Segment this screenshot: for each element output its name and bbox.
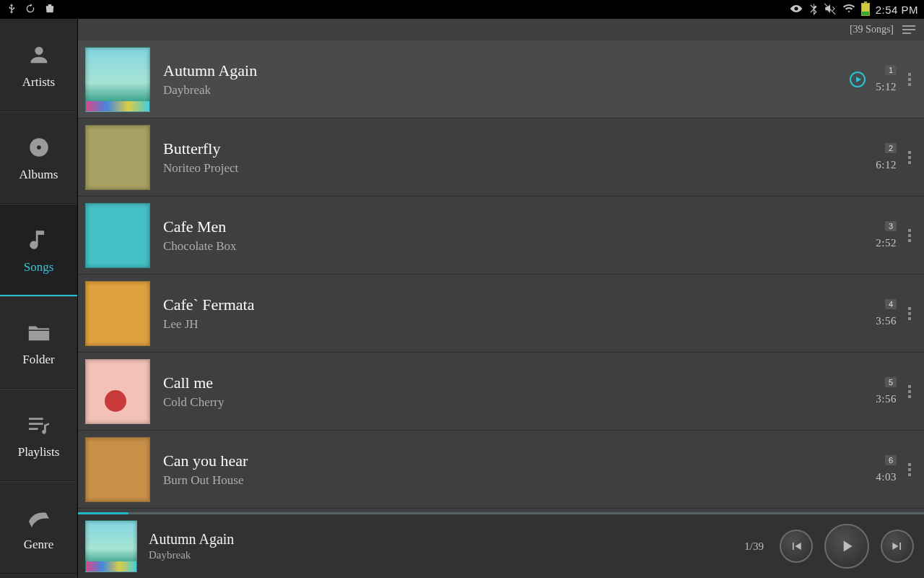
song-menu-button[interactable] — [907, 225, 912, 246]
sidebar-item-albums[interactable]: Albums — [0, 111, 77, 204]
next-button[interactable] — [881, 530, 914, 563]
album-art — [85, 437, 150, 502]
track-duration: 3:56 — [876, 315, 897, 327]
svg-point-1 — [37, 145, 41, 150]
song-title: Cafe` Fermata — [163, 296, 863, 314]
status-bar: 2:54 PM — [0, 0, 924, 19]
song-menu-button[interactable] — [907, 69, 912, 90]
sidebar-item-label: Songs — [24, 260, 54, 275]
album-art — [85, 47, 150, 112]
song-menu-button[interactable] — [907, 147, 912, 168]
album-art — [85, 359, 150, 424]
now-playing-icon — [850, 72, 866, 87]
song-title: Call me — [163, 374, 863, 392]
song-artist: Cold Cherry — [163, 395, 863, 410]
battery-icon — [861, 3, 870, 16]
player-position: 1/39 — [744, 540, 764, 553]
song-menu-button[interactable] — [907, 459, 912, 480]
sidebar-item-label: Folder — [22, 353, 54, 367]
playlist-icon — [25, 410, 53, 439]
song-title: Butterfly — [163, 139, 863, 158]
track-duration: 6:12 — [876, 159, 897, 171]
list-header: [39 Songs] — [78, 19, 924, 40]
song-count-label: [39 Songs] — [850, 24, 894, 35]
song-menu-button[interactable] — [907, 303, 912, 324]
usb-icon — [6, 3, 17, 17]
sidebar-item-playlists[interactable]: Playlists — [0, 389, 77, 481]
song-title: Cafe Men — [163, 217, 863, 236]
status-time: 2:54 PM — [876, 4, 918, 16]
eye-icon — [789, 4, 803, 16]
song-row[interactable]: ButterflyNoriteo Project26:12 — [78, 118, 924, 197]
track-number: 4 — [885, 299, 897, 309]
album-art — [85, 203, 150, 268]
song-artist: Burn Out House — [163, 473, 863, 488]
folder-icon — [25, 318, 53, 347]
sidebar-item-label: Albums — [19, 168, 58, 182]
song-row[interactable]: Cafe` FermataLee JH43:56 — [78, 275, 924, 353]
artist-icon — [25, 40, 53, 69]
track-number: 6 — [885, 455, 897, 465]
player-title: Autumn Again — [149, 531, 234, 548]
mute-icon — [824, 2, 837, 17]
sidebar: ArtistsAlbumsSongsFolderPlaylistsGenre — [0, 19, 78, 578]
track-number: 5 — [885, 377, 897, 387]
main-panel: [39 Songs] Autumn AgainDaybreak15:12Butt… — [78, 19, 924, 578]
wifi-icon — [842, 4, 855, 16]
player-album-art[interactable] — [85, 520, 137, 572]
album-icon — [25, 133, 53, 162]
song-artist: Lee JH — [163, 317, 863, 332]
view-toggle-button[interactable] — [901, 24, 917, 35]
song-list: Autumn AgainDaybreak15:12ButterflyNorite… — [78, 40, 924, 512]
song-title: Can you hear — [163, 452, 863, 470]
songs-icon — [25, 225, 53, 254]
track-duration: 5:12 — [876, 81, 897, 93]
song-artist: Noriteo Project — [163, 161, 863, 176]
sidebar-item-label: Artists — [22, 75, 55, 90]
genre-icon — [25, 503, 53, 532]
track-duration: 3:56 — [876, 393, 897, 405]
song-artist: Chocolate Box — [163, 239, 863, 254]
song-row[interactable]: Call meCold Cherry53:56 — [78, 353, 924, 431]
sidebar-item-artists[interactable]: Artists — [0, 19, 77, 111]
song-row[interactable]: Autumn AgainDaybreak15:12 — [78, 40, 924, 118]
play-button[interactable] — [824, 524, 869, 569]
sidebar-item-genre[interactable]: Genre — [0, 481, 77, 574]
sidebar-item-folder[interactable]: Folder — [0, 296, 77, 389]
song-row[interactable]: Can you hearBurn Out House64:03 — [78, 431, 924, 509]
store-icon — [43, 2, 56, 17]
track-number: 1 — [885, 65, 897, 75]
album-art — [85, 281, 150, 346]
player-bar: Autumn Again Daybreak 1/39 — [78, 514, 924, 578]
player-artist: Daybreak — [149, 549, 234, 561]
sidebar-item-label: Playlists — [18, 445, 60, 460]
bluetooth-icon — [809, 2, 818, 17]
track-number: 3 — [885, 221, 897, 231]
track-duration: 2:52 — [876, 237, 897, 249]
song-row[interactable]: Cafe MenChocolate Box32:52 — [78, 197, 924, 275]
track-duration: 4:03 — [876, 471, 897, 483]
sidebar-item-songs[interactable]: Songs — [0, 204, 77, 296]
album-art — [85, 125, 150, 190]
song-menu-button[interactable] — [907, 381, 912, 402]
sidebar-item-label: Genre — [24, 538, 54, 552]
prev-button[interactable] — [780, 530, 813, 563]
song-artist: Daybreak — [163, 83, 837, 98]
track-number: 2 — [885, 143, 897, 153]
song-title: Autumn Again — [163, 61, 837, 80]
sync-icon — [25, 3, 36, 17]
